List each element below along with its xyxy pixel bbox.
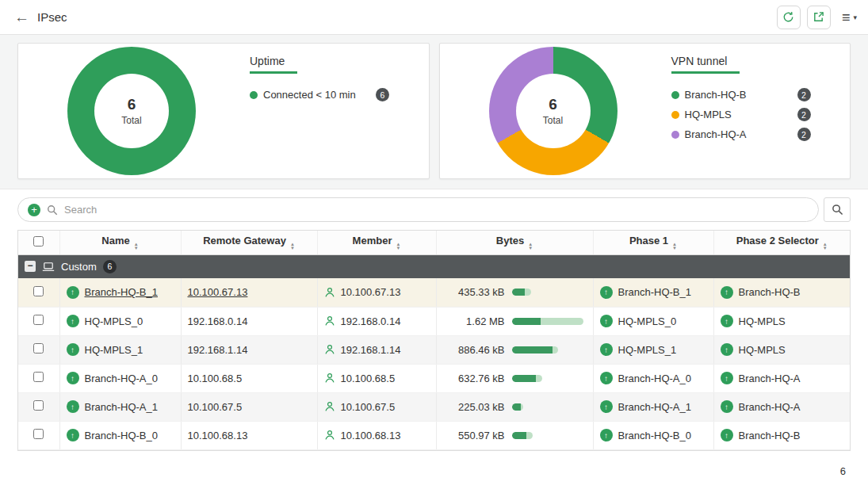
tunnel-name[interactable]: Branch-HQ-B_0 [85,430,158,441]
legend-count-badge: 2 [797,108,811,121]
remote-gateway: 192.168.1.14 [188,344,248,356]
column-header-member[interactable]: Member▲▼ [317,231,436,254]
page-title: IPsec [37,10,67,24]
tunnel-name[interactable]: Branch-HQ-B_1 [85,286,158,298]
bytes-value: 550.97 kB [443,430,505,441]
tunnel-up-icon: ↑ [600,372,613,384]
collapse-icon[interactable]: − [25,261,36,272]
search-row: + [17,197,851,222]
user-icon [324,287,335,298]
donut-total: 6 [121,96,141,113]
column-header-remote-gateway[interactable]: Remote Gateway▲▼ [181,231,317,254]
tunnel-up-icon: ↑ [600,286,613,299]
search-input[interactable] [64,204,809,216]
remote-gateway: 10.100.67.13 [188,286,248,298]
tunnel-name[interactable]: HQ-MPLS_0 [85,315,143,327]
bytes-bar [512,318,583,325]
table-row[interactable]: ↑HQ-MPLS_0 192.168.0.14 192.168.0.14 1.6… [18,307,850,335]
legend-label: Branch-HQ-B [685,89,747,101]
user-icon [324,315,335,327]
vpn-tunnel-donut-chart[interactable]: 6 Total [489,47,618,175]
sort-icon: ▲▼ [528,243,533,250]
donut-total-label: Total [543,115,563,126]
search-button[interactable] [824,197,851,222]
uptime-legend: Uptime Connected < 10 min 6 [250,55,389,108]
bytes-value: 1.62 MB [443,315,505,327]
hamburger-menu-button[interactable]: ≡ ▾ [842,10,857,25]
row-checkbox[interactable] [33,400,44,411]
member-ip: 10.100.67.13 [341,286,401,298]
search-icon [832,204,843,216]
column-header-name[interactable]: Name▲▼ [59,231,181,254]
tunnel-up-icon: ↑ [721,429,733,441]
table-row[interactable]: ↑HQ-MPLS_1 192.168.1.14 192.168.1.14 886… [18,335,850,364]
phase2-name: Branch-HQ-A [739,373,801,384]
legend-dot [671,111,679,119]
popout-button[interactable] [807,6,831,29]
row-checkbox[interactable] [33,343,44,354]
user-icon [324,373,335,384]
bytes-value: 632.76 kB [443,373,505,384]
phase2-name: HQ-MPLS [739,315,786,327]
table-row[interactable]: ↑Branch-HQ-A_1 10.100.67.5 10.100.67.5 2… [18,392,850,421]
tunnel-up-icon: ↑ [721,400,733,413]
tunnel-name[interactable]: HQ-MPLS_1 [85,344,143,356]
column-header-bytes[interactable]: Bytes▲▼ [436,231,593,254]
legend-item-branch-hq-b[interactable]: Branch-HQ-B 2 [671,88,811,101]
legend-item-connected[interactable]: Connected < 10 min 6 [250,88,389,101]
remote-gateway: 10.100.67.5 [188,401,243,413]
tunnel-up-icon: ↑ [67,372,79,384]
back-button[interactable]: ← [14,9,29,26]
row-checkbox[interactable] [33,315,44,325]
sort-icon: ▲▼ [823,243,828,250]
tunnel-up-icon: ↑ [600,429,613,441]
search-box[interactable]: + [17,197,819,222]
phase1-name: Branch-HQ-B_0 [618,430,691,441]
member-ip: 192.168.1.14 [341,344,401,356]
ipsec-table: Name▲▼ Remote Gateway▲▼ Member▲▼ Bytes▲▼… [17,230,851,451]
row-count: 6 [0,451,868,477]
summary-cards: 6 Total Uptime Connected < 10 min 6 6 To… [0,35,868,189]
legend-count-badge: 6 [376,88,389,101]
column-header-phase1[interactable]: Phase 1▲▼ [593,231,713,254]
tunnel-up-icon: ↑ [67,400,79,413]
remote-gateway: 10.100.68.13 [188,430,248,441]
refresh-icon [782,11,794,23]
table-row[interactable]: ↑Branch-HQ-B_1 10.100.67.13 10.100.67.13… [18,278,850,307]
tunnel-up-icon: ↑ [721,343,733,356]
tunnel-up-icon: ↑ [67,343,79,356]
select-all-checkbox[interactable] [33,236,44,246]
group-label: Custom [61,261,97,273]
bytes-value: 225.03 kB [443,401,505,413]
donut-total: 6 [543,96,563,113]
row-checkbox[interactable] [33,429,44,439]
donut-total-label: Total [121,115,141,126]
phase1-name: HQ-MPLS_1 [618,344,677,356]
legend-item-branch-hq-a[interactable]: Branch-HQ-A 2 [671,128,811,141]
row-checkbox[interactable] [33,372,44,382]
column-header-phase2-selector[interactable]: Phase 2 Selector▲▼ [713,231,850,254]
tunnel-up-icon: ↑ [67,429,79,441]
member-ip: 10.100.68.5 [341,373,396,384]
member-ip: 10.100.68.13 [341,430,401,441]
group-row-custom[interactable]: − Custom 6 [18,254,850,278]
bytes-bar [512,403,523,411]
refresh-button[interactable] [777,6,801,29]
legend-dot [671,131,679,139]
uptime-donut-chart[interactable]: 6 Total [67,47,196,175]
legend-dot [250,91,258,99]
sort-icon: ▲▼ [290,243,295,250]
phase2-name: Branch-HQ-B [739,430,801,441]
bytes-bar [512,346,558,354]
table-row[interactable]: ↑Branch-HQ-B_0 10.100.68.13 10.100.68.13… [18,421,850,449]
phase1-name: Branch-HQ-B_1 [618,286,691,298]
row-checkbox[interactable] [33,286,44,296]
remote-gateway: 10.100.68.5 [188,373,243,384]
add-filter-button[interactable]: + [28,204,40,216]
legend-item-hq-mpls[interactable]: HQ-MPLS 2 [671,108,811,121]
bytes-value: 886.46 kB [443,344,505,356]
topbar-actions: ≡ ▾ [777,6,857,29]
tunnel-name[interactable]: Branch-HQ-A_0 [85,373,158,384]
tunnel-name[interactable]: Branch-HQ-A_1 [85,401,158,413]
table-row[interactable]: ↑Branch-HQ-A_0 10.100.68.5 10.100.68.5 6… [18,364,850,392]
